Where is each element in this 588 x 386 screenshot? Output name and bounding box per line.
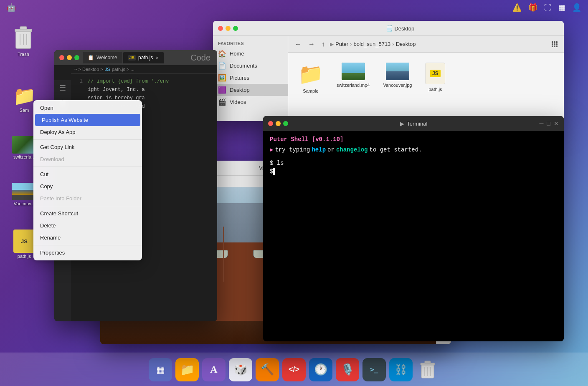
dock-puter3d[interactable]: 🎲 bbox=[229, 358, 252, 381]
sidebar-item-documents[interactable]: 📄 Documents bbox=[213, 60, 288, 72]
sidebar-item-documents-label: Documents bbox=[230, 63, 257, 69]
code-max-button[interactable] bbox=[74, 55, 79, 60]
dock-puter-app[interactable]: ⛓️ bbox=[389, 358, 413, 381]
file-item-sample[interactable]: 📁 Sample bbox=[295, 59, 327, 97]
desktop-max-button[interactable] bbox=[233, 26, 238, 31]
dock-trash-icon bbox=[419, 360, 436, 379]
dock-recorder[interactable]: 🎙️ bbox=[336, 358, 359, 381]
puter-logo-icon[interactable]: 🤖 bbox=[7, 3, 16, 12]
terminal-close-button[interactable] bbox=[268, 121, 273, 126]
terminal-welcome-line: ▶ try typing help or changelog to get st… bbox=[270, 146, 557, 153]
desktop-window-controls bbox=[218, 26, 238, 31]
file-item-switzerland[interactable]: switzerland.mp4 bbox=[333, 59, 373, 97]
context-menu-shortcut[interactable]: Create Shortcut bbox=[33, 207, 142, 219]
desktop-breadcrumb: ▶ Puter › bold_sun_5713 › Desktop bbox=[330, 41, 547, 47]
context-menu-deploy[interactable]: Deploy As App bbox=[33, 126, 142, 138]
context-menu-copylink[interactable]: Get Copy Link bbox=[33, 141, 142, 153]
grid-view-button[interactable] bbox=[550, 40, 559, 48]
terminal-title-label: Terminal bbox=[407, 121, 427, 127]
back-button[interactable]: ← bbox=[293, 39, 303, 50]
trash-label: Trash bbox=[18, 52, 29, 57]
desktop-file-sam-label: Sam bbox=[20, 108, 29, 113]
terminal-window: ▶ Terminal ─ □ ✕ Puter Shell [v0.1.10] ▶… bbox=[263, 116, 564, 341]
context-menu: Open Publish As Website Deploy As App Ge… bbox=[33, 100, 142, 260]
context-menu-paste: Paste Into Folder bbox=[33, 192, 142, 204]
user-icon[interactable]: 👤 bbox=[572, 3, 581, 12]
gift-icon[interactable]: 🎁 bbox=[528, 3, 537, 12]
terminal-minimize-icon[interactable]: ─ bbox=[540, 120, 544, 127]
code-tab-welcome-label: Welcome bbox=[96, 55, 117, 61]
terminal-max-button[interactable] bbox=[283, 121, 288, 126]
warning-icon[interactable]: ⚠️ bbox=[512, 3, 522, 12]
fullscreen-icon[interactable]: ⛶ bbox=[544, 3, 552, 12]
puter3d-icon: 🎲 bbox=[234, 363, 247, 376]
terminal-started-text: to get started. bbox=[370, 146, 422, 153]
desktop-min-button[interactable] bbox=[226, 26, 231, 31]
sidebar-item-home[interactable]: 🏠 Home bbox=[213, 48, 288, 60]
desktop-file-vancouver-label: Vancouv... bbox=[14, 201, 35, 206]
terminal-content[interactable]: Puter Shell [v0.1.10] ▶ try typing help … bbox=[263, 131, 564, 341]
dock-code[interactable]: </> bbox=[282, 358, 306, 381]
line-num-2 bbox=[74, 86, 83, 94]
desktop-close-button[interactable] bbox=[218, 26, 223, 31]
code-tab-pathjs[interactable]: JS path.js ✕ bbox=[123, 52, 164, 63]
context-menu-properties[interactable]: Properties bbox=[33, 247, 142, 259]
svg-rect-2 bbox=[20, 27, 27, 30]
terminal-title: ▶ Terminal bbox=[291, 121, 536, 127]
sidebar-item-videos[interactable]: 🎬 Videos bbox=[213, 96, 288, 108]
dock-appgrid[interactable]: ▦ bbox=[149, 358, 172, 381]
terminal-maximize-icon[interactable]: □ bbox=[547, 120, 550, 127]
code-min-button[interactable] bbox=[67, 55, 72, 60]
context-menu-copy-label: Copy bbox=[40, 183, 53, 189]
sidebar-item-pictures[interactable]: 🖼️ Pictures bbox=[213, 72, 288, 84]
context-menu-rename[interactable]: Rename bbox=[33, 232, 142, 244]
forward-button[interactable]: → bbox=[307, 39, 317, 50]
dock-terminal[interactable]: >_ bbox=[362, 358, 386, 381]
terminal-shell-info: Puter Shell [v0.1.10] bbox=[270, 136, 557, 143]
terminal-try-text: try typing bbox=[275, 146, 310, 153]
terminal-close-x-icon[interactable]: ✕ bbox=[554, 120, 559, 127]
trash-desktop-icon[interactable]: Trash bbox=[13, 25, 34, 57]
hamburger-icon[interactable]: ☰ bbox=[59, 83, 66, 93]
code-tab-welcome[interactable]: 📋 Welcome bbox=[83, 52, 122, 63]
breadcrumb-desktop[interactable]: Desktop bbox=[396, 41, 416, 47]
code-tab-close-icon[interactable]: ✕ bbox=[155, 56, 159, 60]
context-menu-sep3 bbox=[33, 206, 142, 206]
context-menu-cut[interactable]: Cut bbox=[33, 168, 142, 180]
breadcrumb-sep1: › bbox=[350, 41, 352, 47]
dock-files[interactable]: 📁 bbox=[175, 358, 199, 381]
code-text-2: ight Joyent, Inc. a bbox=[88, 86, 145, 94]
context-menu-open[interactable]: Open bbox=[33, 102, 142, 114]
file-item-vancouver[interactable]: Vancouver.jpg bbox=[380, 59, 415, 97]
dock-clock[interactable]: 🕐 bbox=[309, 358, 332, 381]
dock-fonts[interactable]: A bbox=[202, 358, 226, 381]
dock-trash[interactable] bbox=[416, 358, 439, 381]
qr-icon[interactable]: ▦ bbox=[558, 3, 565, 12]
sidebar-item-desktop[interactable]: 🟪 Desktop bbox=[213, 84, 288, 96]
up-button[interactable]: ↑ bbox=[320, 39, 327, 50]
terminal-help-cmd: help bbox=[312, 146, 326, 153]
context-menu-publish[interactable]: Publish As Website bbox=[35, 114, 140, 126]
appgrid-icon: ▦ bbox=[156, 364, 165, 375]
desktop-window: 🗒️ Desktop Favorites 🏠 Home 📄 Documents … bbox=[213, 21, 564, 121]
context-menu-delete[interactable]: Delete bbox=[33, 219, 142, 232]
view-toggle[interactable] bbox=[550, 40, 559, 48]
file-item-pathjs[interactable]: JS path.js bbox=[422, 59, 449, 97]
context-menu-download: Download bbox=[33, 153, 142, 165]
terminal-icon: ▶ bbox=[400, 121, 404, 127]
sidebar-section-favorites: Favorites bbox=[213, 39, 288, 48]
desktop-window-titlebar: 🗒️ Desktop bbox=[213, 21, 564, 36]
breadcrumb-puter[interactable]: Puter bbox=[335, 41, 348, 47]
terminal-min-button[interactable] bbox=[276, 121, 281, 126]
breadcrumb-username[interactable]: bold_sun_5713 bbox=[353, 41, 390, 47]
recorder-icon: 🎙️ bbox=[341, 363, 354, 376]
code-close-button[interactable] bbox=[59, 55, 64, 60]
dock-tools[interactable]: 🔨 bbox=[256, 358, 279, 381]
home-icon: 🏠 bbox=[218, 50, 226, 58]
context-menu-copy[interactable]: Copy bbox=[33, 180, 142, 192]
desktop-file-pathjs-label: path.js bbox=[18, 254, 31, 259]
terminal-dock-icon: >_ bbox=[370, 366, 378, 373]
code-tabs: 📋 Welcome JS path.js ✕ bbox=[83, 52, 187, 63]
code-window-titlebar: 📋 Welcome JS path.js ✕ Code bbox=[54, 50, 217, 65]
tools-icon: 🔨 bbox=[261, 363, 274, 376]
